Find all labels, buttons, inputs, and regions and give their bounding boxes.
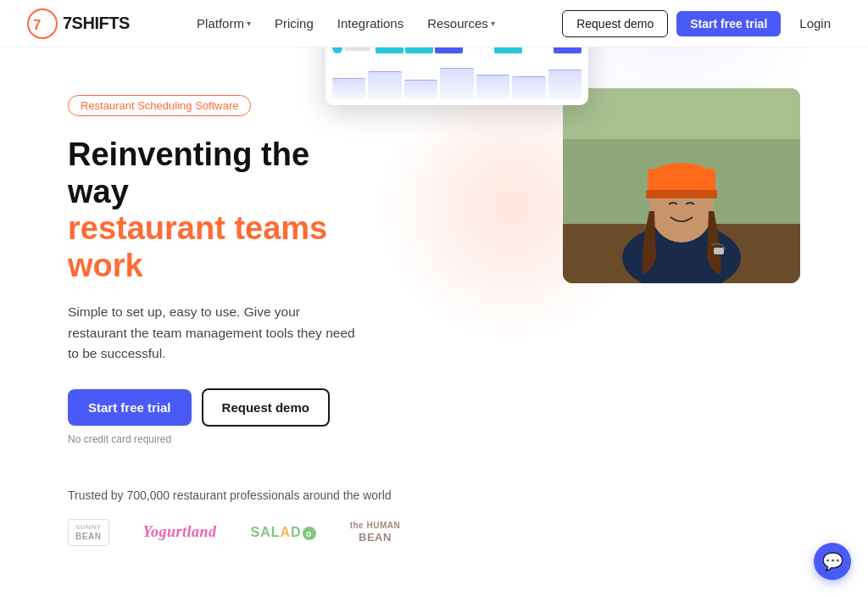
navbar: 7 7SHIFTS Platform ▾ Pricing Integration…: [0, 0, 868, 47]
svg-rect-3: [563, 88, 800, 139]
hero-title: Reinventing the way restaurant teams wor…: [68, 137, 359, 285]
chevron-down-icon: ▾: [491, 19, 495, 28]
brand-logo-human-bean: the HUMAN BEAN: [350, 520, 401, 545]
login-link[interactable]: Login: [789, 11, 841, 36]
chat-widget[interactable]: 💬: [814, 543, 851, 580]
svg-rect-9: [646, 190, 717, 198]
request-demo-button-hero[interactable]: Request demo: [202, 388, 330, 427]
hero-person-photo: [563, 88, 800, 283]
no-credit-card-notice: No credit card required: [68, 433, 359, 445]
start-trial-button-nav[interactable]: Start free trial: [676, 11, 781, 36]
more-section: More than a scheduling app: [0, 580, 868, 597]
brand-logo-sunny-bean: SUNNY BEAN: [68, 519, 109, 546]
nav-links: Platform ▾ Pricing Integrations Resource…: [186, 11, 505, 36]
nav-item-pricing[interactable]: Pricing: [264, 11, 324, 36]
nav-item-resources[interactable]: Resources ▾: [417, 11, 505, 36]
chevron-down-icon: ▾: [247, 19, 251, 28]
chat-icon: 💬: [822, 551, 843, 572]
hero-left: Restaurant Scheduling Software Reinventi…: [68, 88, 359, 445]
trusted-section: Trusted by 700,000 restaurant profession…: [0, 488, 868, 580]
svg-text:7: 7: [33, 17, 41, 33]
nav-item-platform[interactable]: Platform ▾: [186, 11, 261, 36]
hero-actions: Start free trial Request demo: [68, 388, 359, 427]
brand-logos: SUNNY BEAN Yogurtland SALADo the HUMAN B…: [68, 519, 800, 546]
brand-name: 7SHIFTS: [63, 14, 130, 33]
brand-logo[interactable]: 7 7SHIFTS: [27, 8, 130, 39]
request-demo-button-nav[interactable]: Request demo: [562, 10, 668, 37]
brand-logo-yogurtland: Yogurtland: [143, 523, 217, 541]
svg-rect-10: [714, 248, 724, 254]
chart-area: [326, 61, 588, 105]
chart-bars: [332, 64, 581, 98]
start-trial-button-hero[interactable]: Start free trial: [68, 389, 192, 426]
trusted-text: Trusted by 700,000 restaurant profession…: [68, 488, 800, 502]
hero-subtitle: Simple to set up, easy to use. Give your…: [68, 302, 359, 365]
hero-badge: Restaurant Scheduling Software: [68, 95, 251, 116]
brand-logo-salado: SALADo: [251, 525, 316, 541]
hero-section: Restaurant Scheduling Software Reinventi…: [0, 47, 868, 488]
nav-actions: Request demo Start free trial Login: [562, 10, 841, 37]
nav-item-integrations[interactable]: Integrations: [327, 11, 414, 36]
